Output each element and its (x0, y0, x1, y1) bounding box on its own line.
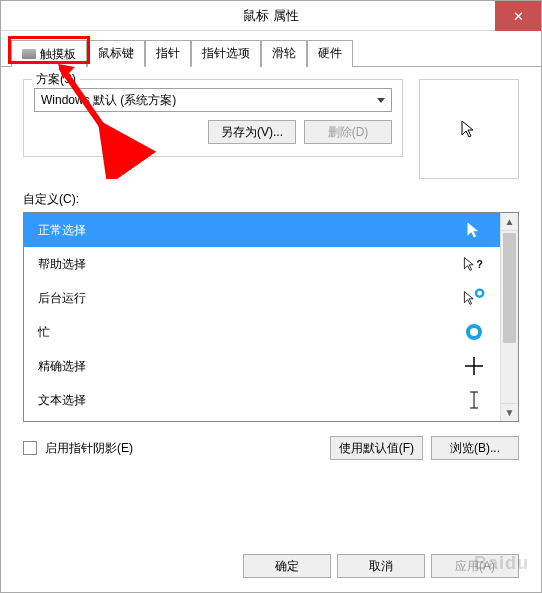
list-item[interactable]: 后台运行 (24, 281, 500, 315)
scroll-thumb[interactable] (503, 233, 516, 343)
tab-wheel[interactable]: 滑轮 (261, 40, 307, 67)
cursor-name: 正常选择 (38, 222, 86, 239)
list-item[interactable]: 正常选择 (24, 213, 500, 247)
apply-button[interactable]: 应用(A) (431, 554, 519, 578)
shadow-checkbox[interactable] (23, 441, 37, 455)
use-default-button[interactable]: 使用默认值(F) (330, 436, 423, 460)
scheme-select[interactable]: Windows 默认 (系统方案) (34, 88, 392, 112)
dialog-footer: 确定 取消 应用(A) (243, 554, 519, 578)
cursor-name: 后台运行 (38, 290, 86, 307)
mouse-properties-dialog: 鼠标 属性 ✕ 触摸板 鼠标键 指针 指针选项 滑轮 硬件 方案(S) Wind… (0, 0, 542, 593)
tab-row: 触摸板 鼠标键 指针 指针选项 滑轮 硬件 (1, 31, 541, 67)
cursor-name: 忙 (38, 324, 50, 341)
delete-button[interactable]: 删除(D) (304, 120, 392, 144)
ibeam-icon (462, 388, 486, 412)
crosshair-icon (462, 354, 486, 378)
cursor-name: 精确选择 (38, 358, 86, 375)
cursor-name: 帮助选择 (38, 256, 86, 273)
browse-button[interactable]: 浏览(B)... (431, 436, 519, 460)
arrow-icon (459, 119, 479, 139)
list-item[interactable]: 精确选择 (24, 349, 500, 383)
cursor-name: 文本选择 (38, 392, 86, 409)
tab-hardware[interactable]: 硬件 (307, 40, 353, 67)
shadow-label: 启用指针阴影(E) (45, 440, 322, 457)
busy-ring-icon (462, 320, 486, 344)
arrow-busy-icon (462, 286, 486, 310)
list-item[interactable]: 帮助选择 ? (24, 247, 500, 281)
titlebar: 鼠标 属性 ✕ (1, 1, 541, 31)
customize-label: 自定义(C): (23, 191, 519, 208)
tab-pointers[interactable]: 指针 (145, 40, 191, 67)
window-title: 鼠标 属性 (1, 7, 541, 25)
scrollbar[interactable]: ▲ ▼ (500, 213, 518, 421)
cancel-button[interactable]: 取消 (337, 554, 425, 578)
close-button[interactable]: ✕ (495, 1, 541, 31)
tab-pointer-options[interactable]: 指针选项 (191, 40, 261, 67)
tab-buttons[interactable]: 鼠标键 (87, 40, 145, 67)
list-item[interactable]: 忙 (24, 315, 500, 349)
svg-point-1 (476, 290, 483, 297)
arrow-help-icon: ? (462, 252, 486, 276)
svg-point-2 (468, 326, 480, 338)
arrow-icon (462, 218, 486, 242)
scroll-up-button[interactable]: ▲ (501, 213, 518, 231)
svg-text:?: ? (476, 259, 482, 270)
save-as-button[interactable]: 另存为(V)... (208, 120, 296, 144)
scheme-fieldset: 方案(S) Windows 默认 (系统方案) 另存为(V)... 删除(D) (23, 79, 403, 157)
tab-content: 方案(S) Windows 默认 (系统方案) 另存为(V)... 删除(D) … (1, 67, 541, 567)
tab-label: 触摸板 (40, 46, 76, 63)
list-item[interactable]: 文本选择 (24, 383, 500, 417)
ok-button[interactable]: 确定 (243, 554, 331, 578)
touchpad-icon (22, 49, 36, 59)
scroll-down-button[interactable]: ▼ (501, 403, 518, 421)
cursor-preview (419, 79, 519, 179)
tab-touchpad[interactable]: 触摸板 (11, 40, 87, 67)
scheme-legend: 方案(S) (32, 71, 80, 88)
cursor-listbox[interactable]: 正常选择 帮助选择 ? 后台运行 忙 精确选择 (23, 212, 519, 422)
